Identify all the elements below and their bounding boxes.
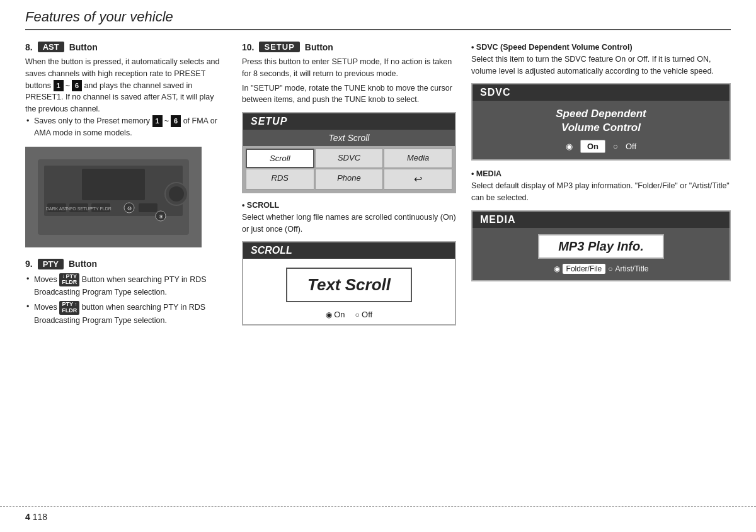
section-10-heading: 10. SETUP Button	[242, 42, 456, 52]
section-9-bullet2: Moves PTY↑ FLDR button when searching PT…	[25, 301, 227, 327]
section-8-bullet1: Saves only to the Preset memory 1 ~ 6 of…	[25, 115, 227, 139]
footer-page: 118	[33, 512, 47, 522]
ast-badge: AST	[38, 42, 64, 52]
sdvc-radio-row: ◉ On ○ Off	[479, 140, 723, 153]
car-image: DARK AST INFO SETUP PTY FLDR ⑩ ⑨ JC_PA71…	[25, 147, 202, 247]
media-title: MEDIA	[472, 212, 730, 228]
scroll-screen-title: SCROLL	[243, 242, 455, 259]
section-8-number: 8.	[25, 42, 33, 52]
setup-btn-phone[interactable]: Phone	[315, 169, 384, 190]
footer-chapter: 4	[25, 512, 30, 522]
setup-badge: SETUP	[259, 42, 299, 52]
setup-btn-sdvc[interactable]: SDVC	[315, 149, 384, 168]
media-radio-indicator1: ◉	[554, 264, 560, 273]
preset-tilde: ~	[66, 80, 70, 92]
sdvc-text-block: • SDVC (Speed Dependent Volume Control) …	[471, 42, 731, 77]
scroll-main-text: Text Scroll	[286, 268, 412, 302]
setup-screen-title: SETUP	[243, 113, 455, 130]
section-8-button-label: Button	[69, 42, 98, 52]
sdvc-bullet: • SDVC (Speed Dependent Volume Control)	[471, 42, 731, 54]
middle-column: 10. SETUP Button Press this button to en…	[242, 42, 456, 332]
section-9-heading: 9. PTY Button	[25, 259, 227, 269]
section-8-body: When the button is pressed, it automatic…	[25, 56, 227, 139]
preset2-badges: 1 ~ 6	[152, 115, 181, 127]
car-image-svg: DARK AST INFO SETUP PTY FLDR ⑩ ⑨	[25, 147, 202, 247]
sdvc-on-btn[interactable]: On	[580, 140, 605, 153]
scroll-label: • SCROLL	[242, 200, 456, 212]
sdvc-off-label[interactable]: Off	[626, 142, 636, 151]
right-column: • SDVC (Speed Dependent Volume Control) …	[471, 42, 731, 288]
setup-btn-back[interactable]: ↩	[384, 169, 452, 190]
scroll-screen-body: Text Scroll On Off	[243, 259, 455, 324]
section-9-button-label: Button	[69, 259, 97, 269]
media-body-screen: MP3 Play Info. ◉ Folder/File ○ Artist/Ti…	[472, 228, 730, 280]
media-radio-row: ◉ Folder/File ○ Artist/Title	[479, 264, 723, 274]
pty-fldr-down-btn: ↓PTY FLDR	[59, 273, 79, 287]
media-body: Select default display of MP3 play infor…	[471, 180, 731, 204]
sdvc-body: Select this item to turn the SDVC featur…	[471, 54, 731, 77]
media-radio-indicator2: ○	[608, 264, 612, 273]
setup-screen-subtitle: Text Scroll	[243, 130, 455, 146]
scroll-label-text: • SCROLL Select whether long file names …	[242, 200, 456, 235]
media-text-block: • MEDIA Select default display of MP3 pl…	[471, 168, 731, 203]
sdvc-body-screen: Speed Dependent Volume Control ◉ On ○ Of…	[472, 101, 730, 159]
page-header: Features of your vehicle	[25, 0, 731, 30]
section-10-body: Press this button to enter SETUP mode, I…	[242, 56, 456, 106]
pty-fldr-up-btn: PTY↑ FLDR	[59, 301, 79, 315]
sdvc-title: SDVC	[472, 84, 730, 101]
page-title: Features of your vehicle	[25, 9, 173, 25]
scroll-body: Select whether long file names are scrol…	[242, 212, 456, 235]
main-columns: 8. AST Button When the button is pressed…	[25, 42, 731, 332]
svg-text:PTY FLDR: PTY FLDR	[90, 207, 112, 211]
section-10-number: 10.	[242, 42, 254, 52]
svg-text:⑩: ⑩	[127, 206, 132, 212]
page-footer: 4 118	[0, 506, 756, 522]
section-8-heading: 8. AST Button	[25, 42, 227, 52]
svg-text:DARK AST: DARK AST	[46, 207, 68, 211]
scroll-radio-row: On Off	[248, 310, 450, 319]
mp3-btn[interactable]: MP3 Play Info.	[538, 234, 664, 259]
pty-badge: PTY	[38, 259, 64, 269]
sdvc-panel: SDVC Speed Dependent Volume Control ◉ On…	[471, 83, 731, 161]
svg-text:⑨: ⑨	[159, 214, 163, 220]
preset-end: 6	[72, 80, 82, 92]
media-artist-title[interactable]: Artist/Title	[616, 264, 649, 273]
svg-rect-7	[139, 203, 158, 212]
setup-btn-media[interactable]: Media	[384, 149, 452, 168]
scroll-screen: SCROLL Text Scroll On Off	[242, 241, 456, 325]
section-10-text1: Press this button to enter SETUP mode, I…	[242, 56, 456, 80]
setup-btn-scroll[interactable]: Scroll	[246, 149, 314, 168]
setup-btn-rds[interactable]: RDS	[246, 169, 314, 190]
section-10-button-label: Button	[305, 42, 333, 52]
svg-point-12	[169, 186, 184, 201]
media-folder-file[interactable]: Folder/File	[563, 264, 606, 274]
scroll-radio-off[interactable]: Off	[355, 310, 372, 319]
section-8-bullets: Saves only to the Preset memory 1 ~ 6 of…	[25, 115, 227, 139]
preset2-end: 6	[171, 115, 181, 127]
preset-start: 1	[54, 80, 64, 92]
left-column: 8. AST Button When the button is pressed…	[25, 42, 227, 329]
preset2-tilde: ~	[164, 115, 169, 127]
setup-screen: SETUP Text Scroll Scroll SDVC Media RDS …	[242, 112, 456, 193]
sdvc-radio-indicator: ◉	[566, 142, 573, 151]
section-10-text2: In "SETUP" mode, rotate the TUNE knob to…	[242, 82, 456, 106]
media-bullet: • MEDIA	[471, 168, 731, 180]
sdvc-radio-off-indicator: ○	[613, 142, 618, 151]
svg-text:INFO SETUP: INFO SETUP	[66, 207, 92, 211]
media-panel: MEDIA MP3 Play Info. ◉ Folder/File ○ Art…	[471, 210, 731, 281]
preset-badges: 1 ~ 6	[54, 80, 83, 92]
section-9-number: 9.	[25, 259, 33, 269]
svg-rect-3	[82, 169, 145, 200]
sdvc-main-text: Speed Dependent Volume Control	[479, 107, 723, 135]
scroll-radio-on[interactable]: On	[326, 310, 345, 319]
section-9-bullets: Moves ↓PTY FLDR Button when searching PT…	[25, 273, 227, 327]
setup-screen-grid: Scroll SDVC Media RDS Phone ↩	[243, 146, 455, 192]
section-9-bullet1: Moves ↓PTY FLDR Button when searching PT…	[25, 273, 227, 299]
page-container: Features of your vehicle 8. AST Button W…	[0, 0, 756, 532]
preset2-start: 1	[152, 115, 163, 127]
